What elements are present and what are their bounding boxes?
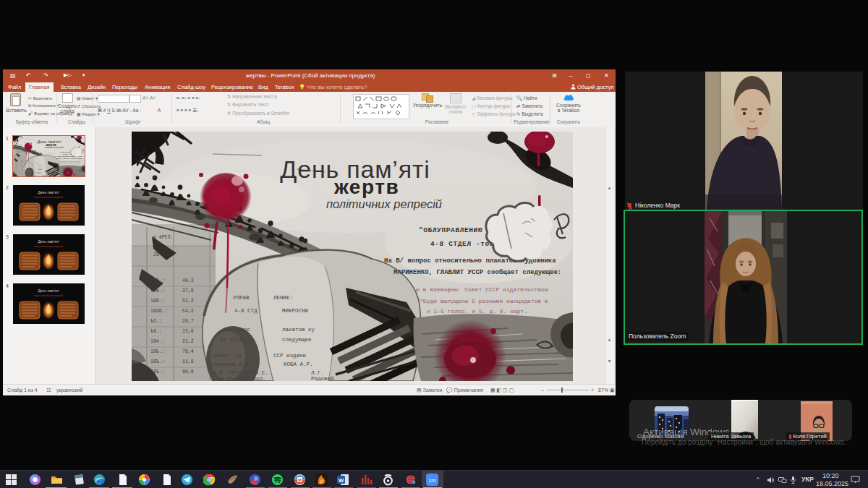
svg-text:1936.:: 1936.:: [150, 309, 167, 314]
svg-text:15,6: 15,6: [182, 329, 194, 334]
svg-text:а 4РЕЗ.: а 4РЕЗ.: [153, 235, 173, 240]
svg-text:21,2: 21,2: [182, 339, 194, 344]
svg-text:28,7: 28,7: [182, 319, 194, 324]
svg-text:КОБА А.Р.: КОБА А.Р.: [284, 361, 313, 367]
svg-text:194.:: 194.:: [150, 339, 165, 344]
svg-text:ое относ: ое относ: [224, 327, 250, 333]
svg-text:ое по ЮССС вкл.: ое по ЮССС вкл.: [217, 376, 266, 381]
svg-text:ы в Киевофны: Совет СССР издат: ы в Киевофны: Совет СССР издательством: [416, 286, 548, 293]
svg-text:Ъ9.:: Ъ9.:: [150, 329, 162, 334]
svg-text:ЛЕНИЕ:: ЛЕНИЕ:: [273, 295, 293, 301]
svg-text:МАРИНЕНКО, ГЛАВЛИТ УССР сообща: МАРИНЕНКО, ГЛАВЛИТ УССР сообщает следующ…: [393, 268, 561, 276]
svg-text:51,2: 51,2: [182, 299, 194, 304]
svg-text:40,3: 40,3: [182, 278, 194, 283]
svg-text:19Ъ.:: 19Ъ.:: [150, 359, 165, 364]
svg-text:Ъ3.:: Ъ3.:: [150, 319, 162, 324]
svg-text:19Ъ.:: 19Ъ.:: [150, 349, 165, 354]
svg-text:54,2: 54,2: [182, 309, 194, 314]
svg-text:196.:: 196.:: [150, 299, 165, 304]
svg-text:11,8: 11,8: [182, 359, 194, 364]
svg-text:"ОБЛУПРАВЛЕНИЮ В: "ОБЛУПРАВЛЕНИЮ В: [419, 226, 492, 234]
svg-text:Л.Г.: Л.Г.: [311, 370, 324, 376]
svg-text:УПРАВ: УПРАВ: [233, 295, 250, 301]
svg-text:МИКРОСНИ: МИКРОСНИ: [282, 308, 308, 314]
svg-text:4-8 СТД: 4-8 СТД: [234, 308, 258, 314]
svg-text:W: W: [339, 477, 344, 484]
svg-text:zm: zm: [429, 478, 436, 483]
svg-text:лакатов ку: лакатов ку: [282, 327, 315, 333]
svg-text:следующее: следующее: [282, 337, 312, 343]
svg-text:В.И. ГРУЗОВА Н.С.: В.И. ГРУЗОВА Н.С.: [213, 370, 268, 376]
svg-text:політичних репресій: політичних репресій: [326, 197, 442, 210]
svg-text:"Буди выпущены 5 разными канци: "Буди выпущены 5 разными канцидатов в: [420, 298, 548, 304]
svg-text:к 1-5 голос. и 5. д. 8.: к 1-5 голос. и 5. д. 8. карт.: [427, 308, 527, 314]
svg-text:Рядовий: Рядовий: [311, 376, 334, 381]
svg-text:M: M: [298, 478, 302, 482]
svg-text:90,6: 90,6: [182, 369, 194, 374]
svg-text:плакаты А.Е.: плакаты А.Е.: [213, 361, 252, 367]
svg-text:76,4: 76,4: [182, 349, 194, 354]
svg-text:37,9: 37,9: [182, 288, 194, 294]
svg-text:нт УССР: нт УССР: [220, 337, 243, 343]
svg-text:описи: Се: описи: Се: [213, 353, 242, 359]
svg-text:ССР издани: ССР издани: [273, 353, 306, 359]
svg-text:жертв: жертв: [333, 176, 399, 198]
